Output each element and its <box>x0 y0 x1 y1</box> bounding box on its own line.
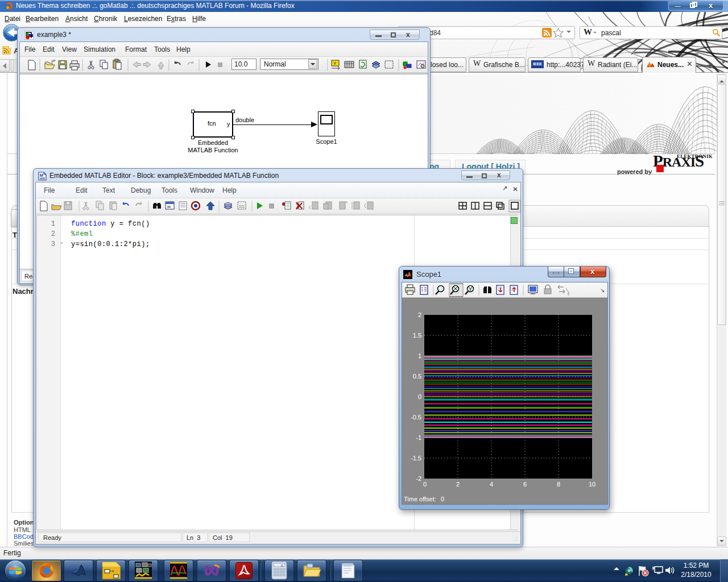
svg-text:0: 0 <box>418 393 421 400</box>
svg-text:4: 4 <box>490 481 493 488</box>
svg-text:8: 8 <box>557 481 560 488</box>
svg-text:1.5: 1.5 <box>413 332 421 339</box>
svg-text:1: 1 <box>418 352 421 359</box>
svg-text:-2: -2 <box>416 475 421 482</box>
svg-text:-1.5: -1.5 <box>411 455 421 462</box>
svg-text:-1: -1 <box>416 434 421 441</box>
svg-text:0: 0 <box>441 496 444 502</box>
svg-text:2: 2 <box>456 481 460 488</box>
svg-text:10: 10 <box>589 481 595 488</box>
svg-text:6: 6 <box>523 481 527 488</box>
svg-text:0: 0 <box>423 481 427 488</box>
svg-text:M: M <box>40 173 43 177</box>
svg-text:Time offset:: Time offset: <box>404 496 436 502</box>
svg-text:0.5: 0.5 <box>413 373 421 380</box>
svg-text:2: 2 <box>418 311 421 318</box>
svg-text:-0.5: -0.5 <box>411 414 421 421</box>
svg-text:Y: Y <box>333 61 337 66</box>
